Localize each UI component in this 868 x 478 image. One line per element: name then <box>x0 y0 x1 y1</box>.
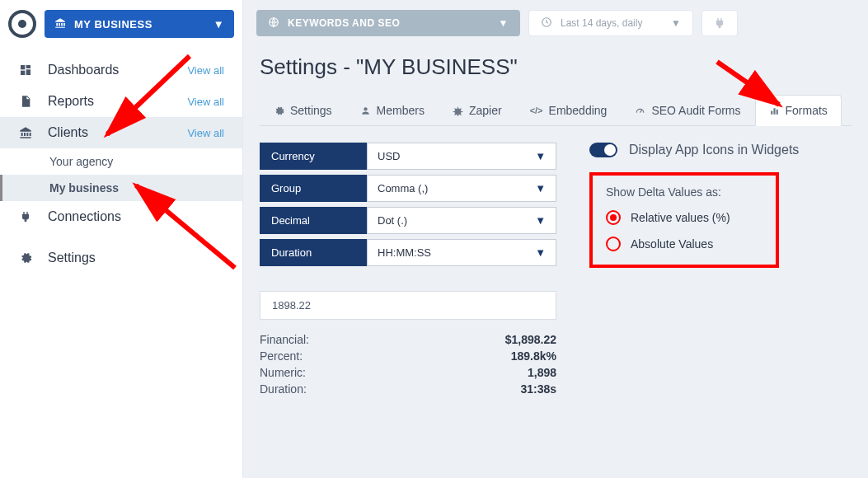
globe-icon <box>268 16 279 30</box>
plug-icon <box>18 210 33 223</box>
view-all-link[interactable]: View all <box>187 64 224 77</box>
nav-clients[interactable]: Clients View all <box>0 117 242 148</box>
label-currency: Currency <box>260 143 367 170</box>
bank-icon <box>54 17 66 31</box>
app-logo[interactable] <box>8 10 36 38</box>
select-decimal[interactable]: Dot (.) ▼ <box>367 207 556 234</box>
select-value: Dot (.) <box>378 214 407 227</box>
timerange-dropdown[interactable]: Last 14 days, daily ▼ <box>528 10 693 36</box>
nav-label: Settings <box>48 251 96 265</box>
row-decimal: Decimal Dot (.) ▼ <box>260 207 556 234</box>
chevron-down-icon: ▼ <box>535 214 546 227</box>
tab-label: Zapier <box>469 104 502 117</box>
label-duration: Duration <box>260 239 367 266</box>
tab-members[interactable]: Members <box>346 95 439 125</box>
clock-icon <box>541 16 552 30</box>
label-group: Group <box>260 175 367 202</box>
svg-rect-7 <box>771 110 772 114</box>
display-icons-toggle-row: Display App Icons in Widgets <box>589 143 852 157</box>
formats-form: Currency USD ▼ Group Comma (,) ▼ <box>260 143 556 397</box>
label-decimal: Decimal <box>260 207 367 234</box>
delta-title: Show Delta Values as: <box>606 185 762 199</box>
sample-label: Duration: <box>260 382 307 396</box>
timerange-label: Last 14 days, daily <box>561 17 642 29</box>
sample-value: $1,898.22 <box>505 333 556 346</box>
user-icon <box>360 105 371 116</box>
sample-label: Percent: <box>260 349 303 363</box>
svg-rect-1 <box>26 65 30 68</box>
gear-icon <box>274 105 284 116</box>
view-all-link[interactable]: View all <box>187 127 224 139</box>
keywords-label: KEYWORDS AND SEO <box>288 17 400 29</box>
tab-label: Formats <box>786 104 828 117</box>
nav-settings[interactable]: Settings <box>0 242 242 274</box>
topbar: KEYWORDS AND SEO ▼ Last 14 days, daily ▼ <box>243 0 868 46</box>
select-value: Comma (,) <box>378 182 428 194</box>
radio-absolute[interactable]: Absolute Values <box>606 237 762 251</box>
gear-icon <box>18 251 33 265</box>
svg-rect-0 <box>21 65 25 69</box>
sample-value: 189.8k% <box>511 349 556 363</box>
gauge-icon <box>635 105 645 116</box>
tab-label: SEO Audit Forms <box>651 104 740 117</box>
sample-numeric: Numeric: 1,898 <box>260 364 556 381</box>
bank-icon <box>18 126 33 139</box>
nav-connections[interactable]: Connections <box>0 201 242 232</box>
delta-values-box: Show Delta Values as: Relative values (%… <box>589 172 779 268</box>
sample-label: Numeric: <box>260 366 306 379</box>
keywords-dropdown[interactable]: KEYWORDS AND SEO ▼ <box>256 10 520 36</box>
select-value: HH:MM:SS <box>378 246 431 259</box>
sidebar-sub-your-agency[interactable]: Your agency <box>0 148 242 175</box>
sample-percent: Percent: 189.8k% <box>260 348 556 364</box>
sidebar: MY BUSINESS ▼ Dashboards View all <box>0 0 243 478</box>
plug-button[interactable] <box>701 10 738 36</box>
sidebar-sub-my-business[interactable]: My business <box>0 175 242 201</box>
sample-value: 31:38s <box>520 382 556 396</box>
nav-label: Clients <box>48 125 88 140</box>
nav-reports[interactable]: Reports View all <box>0 86 242 117</box>
sidebar-nav: Dashboards View all Reports View all <box>0 48 242 274</box>
reports-icon <box>18 95 33 108</box>
chevron-down-icon: ▼ <box>535 182 546 194</box>
select-value: USD <box>378 150 400 162</box>
sidebar-header: MY BUSINESS ▼ <box>0 0 242 48</box>
sample-duration: Duration: 31:38s <box>260 381 556 397</box>
toggle-label: Display App Icons in Widgets <box>629 143 799 157</box>
svg-rect-3 <box>26 69 30 75</box>
tabs: Settings Members Zapier </> Embedding SE… <box>260 95 852 126</box>
nav-dashboards[interactable]: Dashboards View all <box>0 54 242 86</box>
chevron-down-icon: ▼ <box>535 150 546 162</box>
display-icons-toggle[interactable] <box>589 143 617 157</box>
main: KEYWORDS AND SEO ▼ Last 14 days, daily ▼… <box>243 0 868 478</box>
sample-label: Financial: <box>260 333 309 346</box>
chart-icon <box>769 105 780 116</box>
tab-settings[interactable]: Settings <box>260 95 346 125</box>
row-duration: Duration HH:MM:SS ▼ <box>260 239 556 266</box>
nav-label: Dashboards <box>48 63 119 77</box>
tab-embedding[interactable]: </> Embedding <box>516 95 622 125</box>
select-group[interactable]: Comma (,) ▼ <box>367 175 556 202</box>
tab-zapier[interactable]: Zapier <box>439 95 516 125</box>
svg-rect-9 <box>776 109 777 114</box>
svg-rect-8 <box>773 108 775 115</box>
row-currency: Currency USD ▼ <box>260 143 556 170</box>
tab-formats[interactable]: Formats <box>755 95 842 126</box>
select-currency[interactable]: USD ▼ <box>367 143 556 170</box>
code-icon: </> <box>530 105 543 115</box>
chevron-down-icon: ▼ <box>213 18 224 30</box>
radio-relative[interactable]: Relative values (%) <box>606 210 762 225</box>
business-dropdown[interactable]: MY BUSINESS ▼ <box>45 10 234 38</box>
svg-point-6 <box>364 107 367 110</box>
tab-label: Members <box>377 104 425 117</box>
dashboard-icon <box>18 63 33 77</box>
chevron-down-icon: ▼ <box>535 246 546 259</box>
select-duration[interactable]: HH:MM:SS ▼ <box>367 239 556 266</box>
radio-icon <box>606 237 621 251</box>
chevron-down-icon: ▼ <box>671 17 681 29</box>
chevron-down-icon: ▼ <box>499 17 509 29</box>
sample-value: 1,898 <box>528 366 556 379</box>
tab-seo-audit[interactable]: SEO Audit Forms <box>621 95 754 125</box>
sample-financial: Financial: $1,898.22 <box>260 331 556 348</box>
view-all-link[interactable]: View all <box>187 96 224 108</box>
sample-input[interactable] <box>260 291 556 320</box>
